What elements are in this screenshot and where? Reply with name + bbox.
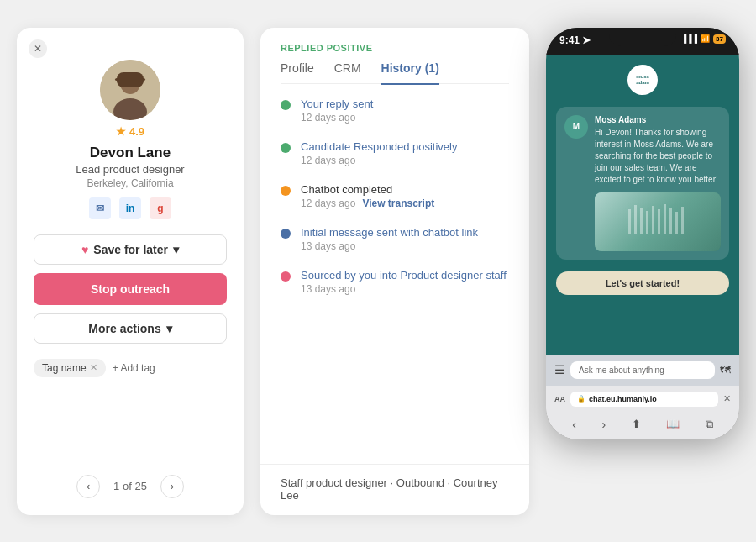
svg-rect-15 — [681, 207, 684, 234]
svg-rect-8 — [640, 208, 643, 234]
svg-rect-3 — [117, 72, 144, 87]
action-buttons: ♥ Save for later ▾ Stop outreach More ac… — [34, 234, 227, 344]
svg-rect-11 — [658, 209, 660, 234]
history-item: Initial message sent with chatbot link 1… — [281, 226, 509, 252]
phone-mockup: 9:41 ➤ ▐▐▐ 📶 37 mossadam M — [546, 28, 739, 515]
prev-button[interactable]: ‹ — [76, 475, 100, 498]
history-time: 13 days ago — [301, 240, 509, 252]
dot-icon — [281, 271, 291, 282]
chat-text: Hi Devon! Thanks for showing interest in… — [595, 127, 721, 186]
phone-icons: ▐▐▐ 📶 37 — [681, 34, 726, 44]
dot-icon — [281, 143, 291, 153]
phone-nav: ‹ › ⬆ 📖 ⧉ — [546, 413, 739, 439]
next-button[interactable]: › — [160, 475, 184, 498]
history-title: Your reply sent — [301, 97, 509, 110]
star-icon: ★ — [116, 125, 126, 138]
tags-section: Tag name ✕ + Add tag — [34, 359, 227, 377]
linkedin-icon[interactable]: in — [119, 197, 141, 219]
status-badge: REPLIED POSITIVE — [281, 43, 509, 53]
email-icon[interactable]: ✉ — [89, 197, 111, 219]
svg-rect-14 — [675, 212, 678, 234]
battery-indicator: 37 — [713, 34, 726, 44]
heart-icon: ♥ — [81, 243, 88, 256]
svg-rect-4 — [115, 78, 119, 81]
lock-icon: 🔒 — [577, 395, 585, 403]
history-item: Sourced by you into Product designer sta… — [281, 269, 509, 295]
chat-bubble: M Moss Adams Hi Devon! Thanks for showin… — [556, 107, 729, 260]
history-time: 12 days ago — [301, 112, 509, 124]
candidate-card: ✕ ★ 4.9 Devon Lane Lead product designer… — [17, 28, 244, 515]
detail-header: REPLIED POSITIVE Profile CRM History (1) — [260, 28, 529, 85]
get-started-button[interactable]: Let's get started! — [556, 271, 729, 295]
chat-image — [595, 192, 721, 251]
svg-rect-10 — [652, 206, 654, 234]
dot-icon — [281, 100, 291, 110]
candidate-title: Lead product designer — [76, 163, 184, 176]
add-tag-button[interactable]: + Add tag — [113, 362, 155, 374]
save-button[interactable]: ♥ Save for later ▾ — [34, 234, 227, 265]
company-logo: mossadam — [556, 65, 729, 95]
remove-tag-icon[interactable]: ✕ — [90, 362, 97, 373]
browser-bar: ☰ Ask me about anything 🗺 — [546, 355, 739, 386]
phone-screen: mossadam M Moss Adams Hi Devon! Thanks f… — [546, 55, 739, 439]
history-time: 13 days ago — [301, 283, 509, 295]
notch — [609, 28, 676, 46]
svg-rect-13 — [669, 208, 672, 234]
chevron-down-icon: ▾ — [166, 322, 172, 335]
dot-icon — [281, 186, 291, 196]
history-title: Initial message sent with chatbot link — [301, 226, 509, 239]
menu-icon[interactable]: ☰ — [554, 363, 565, 376]
history-time: 12 days ago View transcript — [301, 197, 509, 209]
bookmarks-icon[interactable]: 📖 — [666, 418, 680, 430]
tab-crm[interactable]: CRM — [334, 61, 361, 85]
stop-outreach-button[interactable]: Stop outreach — [34, 273, 227, 305]
chat-sender: Moss Adams — [595, 115, 721, 124]
avatar — [100, 60, 160, 120]
font-size-icon[interactable]: AA — [554, 395, 565, 403]
svg-rect-9 — [646, 211, 648, 234]
chevron-icon: ▾ — [173, 243, 179, 256]
back-icon[interactable]: ‹ — [572, 418, 576, 431]
svg-rect-7 — [634, 205, 637, 234]
history-item: Candidate Responded positively 12 days a… — [281, 140, 509, 166]
url-bar[interactable]: 🔒 chat.eu.humanly.io — [570, 392, 718, 407]
google-icon[interactable]: g — [150, 197, 171, 219]
chat-area: mossadam M Moss Adams Hi Devon! Thanks f… — [546, 55, 739, 355]
tab-history[interactable]: History (1) — [381, 61, 439, 85]
share-icon[interactable]: ⬆ — [632, 418, 641, 430]
tabs-icon[interactable]: ⧉ — [706, 418, 713, 431]
more-actions-button[interactable]: More actions ▾ — [34, 313, 227, 344]
forward-icon[interactable]: › — [601, 418, 606, 431]
close-url-icon[interactable]: ✕ — [723, 393, 731, 404]
close-button[interactable]: ✕ — [29, 39, 47, 58]
staff-info: Staff product designer · Outbound · Cour… — [260, 464, 529, 515]
logo-circle: mossadam — [627, 65, 658, 95]
page-info: 1 of 25 — [113, 480, 147, 492]
wifi-icon: 📶 — [701, 34, 710, 43]
history-time: 12 days ago — [301, 155, 509, 166]
tab-profile[interactable]: Profile — [281, 61, 314, 85]
chat-avatar: M — [564, 115, 588, 139]
phone: 9:41 ➤ ▐▐▐ 📶 37 mossadam M — [546, 28, 739, 439]
history-item: Chatbot completed 12 days ago View trans… — [281, 183, 509, 209]
svg-rect-5 — [141, 78, 145, 81]
url-text: chat.eu.humanly.io — [589, 395, 657, 403]
rating-value: 4.9 — [129, 125, 144, 138]
phone-status-bar: 9:41 ➤ ▐▐▐ 📶 37 — [546, 28, 739, 55]
history-title: Sourced by you into Product designer sta… — [301, 269, 509, 282]
candidate-name: Devon Lane — [90, 145, 171, 161]
candidate-location: Berkeley, California — [87, 177, 173, 189]
history-title: Candidate Responded positively — [301, 140, 509, 153]
pagination: ‹ 1 of 25 › — [34, 461, 227, 498]
history-title: Chatbot completed — [301, 183, 509, 196]
view-transcript-link[interactable]: View transcript — [362, 197, 434, 209]
divider — [260, 450, 529, 450]
map-icon[interactable]: 🗺 — [720, 364, 731, 376]
dot-icon — [281, 229, 291, 239]
address-bar: AA 🔒 chat.eu.humanly.io ✕ — [546, 386, 739, 413]
history-list: Your reply sent 12 days ago Candidate Re… — [260, 84, 529, 446]
svg-rect-12 — [664, 204, 666, 234]
history-item: Your reply sent 12 days ago — [281, 97, 509, 124]
browser-search-input[interactable]: Ask me about anything — [570, 361, 715, 379]
svg-rect-6 — [628, 209, 631, 234]
